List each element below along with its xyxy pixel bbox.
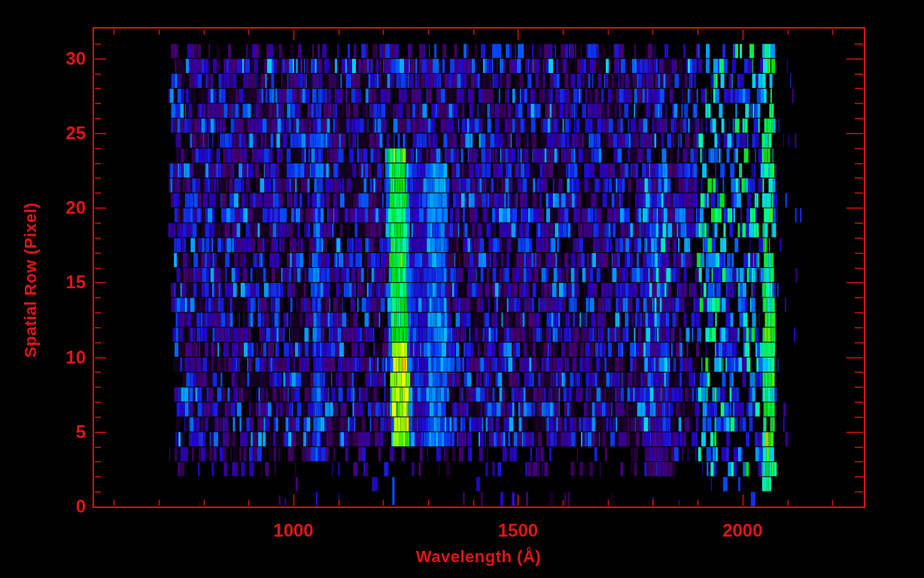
y-axis-title: Spatial Row (Pixel): [21, 202, 41, 357]
x-tick-label-1500: 1500: [473, 520, 563, 541]
x-axis-title: Wavelength (Å): [328, 547, 629, 567]
spectrogram-plot: [0, 0, 924, 578]
y-tick-label-25: 25: [29, 123, 86, 143]
x-tick-label-2000: 2000: [698, 520, 788, 541]
spectrogram-viewer: ra_151001092002_hisb_lin.fit 0 5.00000e+…: [0, 0, 924, 578]
y-tick-label-0: 0: [29, 497, 86, 516]
y-tick-label-30: 30: [29, 49, 86, 68]
x-tick-label-1000: 1000: [248, 520, 339, 541]
y-tick-label-5: 5: [29, 422, 86, 442]
